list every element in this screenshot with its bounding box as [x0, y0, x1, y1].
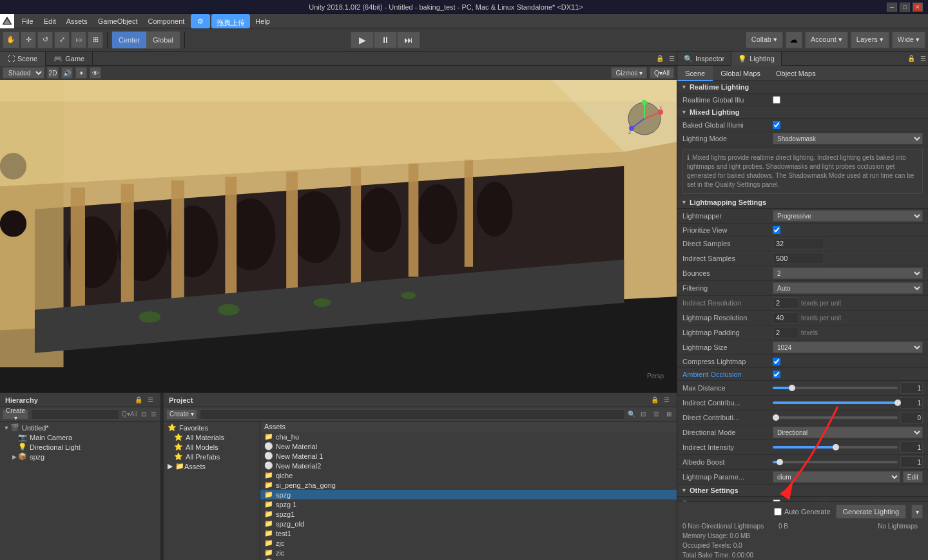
- generate-lighting-button[interactable]: Generate Lighting: [836, 505, 906, 519]
- all-button[interactable]: Q▾All: [650, 67, 674, 79]
- realtime-global-checkbox[interactable]: [773, 96, 780, 104]
- direct-contrib-slider[interactable]: [773, 416, 898, 419]
- direct-contrib-thumb[interactable]: [773, 414, 779, 421]
- max-distance-input[interactable]: [900, 382, 923, 394]
- project-icon-btn-1[interactable]: ⊡: [638, 409, 648, 420]
- bounces-select[interactable]: 2: [773, 267, 923, 279]
- menu-gameobject[interactable]: GameObject: [93, 14, 143, 28]
- indirect-intensity-input[interactable]: [900, 441, 923, 453]
- direct-contrib-input[interactable]: [900, 412, 923, 423]
- indirect-contrib-slider[interactable]: [773, 401, 898, 404]
- proj-sipeng[interactable]: 📁 si_peng_zha_gong: [260, 480, 677, 490]
- tab-inspector[interactable]: 🔍 Inspector: [677, 52, 731, 66]
- directional-mode-select[interactable]: Directional: [773, 427, 923, 438]
- indirect-samples-input[interactable]: [773, 253, 824, 264]
- proj-test1[interactable]: 📁 test1: [260, 528, 677, 538]
- 2d-toggle[interactable]: 2D: [47, 67, 59, 79]
- global-toggle[interactable]: Global: [146, 32, 180, 48]
- right-panel-menu[interactable]: ☰: [918, 53, 928, 64]
- ambient-occlusion-checkbox[interactable]: [773, 371, 780, 378]
- proj-new-material-2[interactable]: ⚪ New Material2: [260, 461, 677, 470]
- max-distance-slider[interactable]: [773, 387, 898, 389]
- account-button[interactable]: Account ▾: [805, 32, 848, 48]
- lighting-tab-global-maps[interactable]: Global Maps: [713, 66, 768, 81]
- hier-spzg[interactable]: ▶ 📦 spzg: [8, 452, 160, 461]
- realtime-lighting-section[interactable]: ▼ Realtime Lighting: [677, 81, 928, 93]
- menu-assets[interactable]: Assets: [61, 14, 93, 28]
- pause-button[interactable]: ⏸: [374, 32, 397, 48]
- tab-game[interactable]: 🎮 Game: [46, 52, 93, 66]
- center-toggle[interactable]: Center: [112, 32, 146, 48]
- menu-upload[interactable]: 拖拽上传: [211, 14, 250, 28]
- proj-spzg-old[interactable]: 📁 spzg_old: [260, 519, 677, 528]
- step-button[interactable]: ⏭: [397, 32, 420, 48]
- max-distance-thumb[interactable]: [789, 385, 795, 391]
- hierarchy-collapse[interactable]: ☰: [150, 409, 158, 420]
- proj-zjc[interactable]: 📁 zjc: [260, 538, 677, 548]
- other-settings-section[interactable]: ▼ Other Settings: [677, 485, 928, 497]
- prioritize-checkbox[interactable]: [773, 226, 780, 234]
- lightmap-size-select[interactable]: 1024: [773, 342, 923, 353]
- proj-spzq-fbx[interactable]: 📦 spzq.FBX: [260, 557, 677, 560]
- hier-untitled[interactable]: ▼ 🎬 Untitled*: [0, 423, 160, 432]
- direct-samples-input[interactable]: [773, 238, 824, 249]
- menu-icon[interactable]: ☰: [666, 53, 677, 64]
- close-button[interactable]: ✕: [913, 3, 923, 12]
- project-search[interactable]: [200, 409, 625, 420]
- maximize-button[interactable]: □: [900, 3, 910, 12]
- cloud-button[interactable]: ☁: [786, 32, 802, 48]
- menu-help[interactable]: Help: [250, 14, 275, 28]
- tab-scene[interactable]: ⛶ Scene: [0, 52, 46, 66]
- proj-new-material[interactable]: ⚪ New Material: [260, 441, 677, 451]
- layers-button[interactable]: Layers ▾: [851, 32, 889, 48]
- indirect-intensity-slider[interactable]: [773, 446, 898, 449]
- right-panel-lock[interactable]: 🔒: [906, 53, 916, 64]
- lock-icon[interactable]: 🔒: [655, 53, 665, 64]
- hierarchy-expand[interactable]: ⊡: [140, 409, 148, 420]
- lightmap-res-input[interactable]: [773, 312, 798, 323]
- project-icon-btn-2[interactable]: ☰: [651, 409, 661, 420]
- menu-component[interactable]: Component: [142, 14, 189, 28]
- compress-checkbox[interactable]: [773, 358, 780, 365]
- move-tool-button[interactable]: ✛: [21, 32, 36, 48]
- filtering-select[interactable]: Auto: [773, 282, 923, 294]
- hierarchy-search[interactable]: [31, 409, 119, 420]
- indirect-res-input[interactable]: [773, 297, 798, 309]
- tab-lighting[interactable]: 💡 Lighting: [731, 52, 782, 66]
- project-create-button[interactable]: Create ▾: [166, 409, 197, 420]
- lightmap-params-edit-btn[interactable]: Edit: [903, 471, 923, 483]
- proj-qiche[interactable]: 📁 qiche: [260, 470, 677, 480]
- proj-all-models[interactable]: ⭐ All Models: [164, 442, 260, 452]
- proj-spzg1-space[interactable]: 📁 spzg 1: [260, 499, 677, 509]
- albedo-boost-input[interactable]: [900, 456, 923, 468]
- project-lock[interactable]: 🔒: [650, 395, 660, 405]
- indirect-contrib-input[interactable]: [900, 397, 923, 409]
- generate-lighting-arrow[interactable]: ▾: [911, 505, 923, 519]
- menu-edit[interactable]: Edit: [39, 14, 61, 28]
- hier-camera[interactable]: 📷 Main Camera: [8, 432, 160, 442]
- proj-zic[interactable]: 📁 zic: [260, 548, 677, 557]
- transform-tool-button[interactable]: ⊞: [88, 32, 103, 48]
- lighting-mode-select[interactable]: Shadowmask: [773, 133, 923, 144]
- rect-tool-button[interactable]: ▭: [71, 32, 86, 48]
- effects-toggle[interactable]: ✦: [75, 67, 87, 79]
- lightmap-pad-input[interactable]: [773, 327, 798, 338]
- rotate-tool-button[interactable]: ↺: [37, 32, 53, 48]
- mixed-lighting-section[interactable]: ▼ Mixed Lighting: [677, 106, 928, 119]
- proj-spzg[interactable]: 📁 spzg: [260, 490, 677, 499]
- hier-light[interactable]: 💡 Directional Light: [8, 442, 160, 452]
- minimize-button[interactable]: ─: [887, 3, 897, 12]
- shading-mode-select[interactable]: Shaded: [3, 67, 44, 79]
- proj-new-material-1[interactable]: ⚪ New Material 1: [260, 451, 677, 461]
- play-button[interactable]: ▶: [351, 32, 374, 48]
- proj-cha-hu[interactable]: 📁 cha_hu: [260, 432, 677, 441]
- albedo-boost-slider[interactable]: [773, 461, 898, 463]
- project-menu[interactable]: ☰: [661, 395, 672, 405]
- ambient-occlusion-label[interactable]: Ambient Occlusion: [682, 371, 773, 378]
- proj-assets-root[interactable]: ▶ 📁 Assets: [164, 461, 260, 471]
- scale-tool-button[interactable]: ⤢: [54, 32, 70, 48]
- proj-favorites[interactable]: ⭐ Favorites: [164, 423, 260, 432]
- indirect-intensity-thumb[interactable]: [833, 444, 839, 450]
- hierarchy-menu[interactable]: ☰: [145, 395, 155, 405]
- audio-toggle[interactable]: 🔊: [61, 67, 73, 79]
